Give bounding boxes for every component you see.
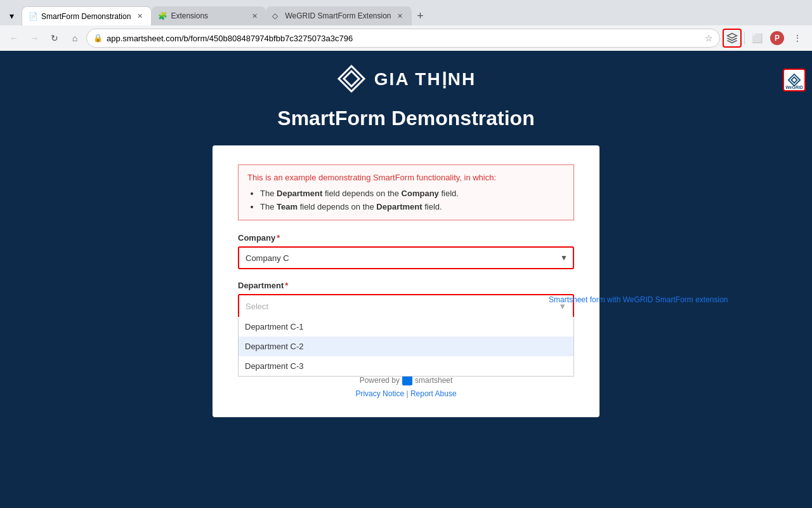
logo-area: GIA THỊNH <box>336 64 476 94</box>
logo-icon <box>336 64 367 94</box>
wegrid-extension-overlay[interactable]: WeGRID <box>783 69 806 91</box>
address-bar[interactable]: 🔒 ☆ <box>86 29 720 48</box>
smartsheet-text: smartsheet <box>415 376 452 385</box>
tab-extensions[interactable]: 🧩 Extensions ✕ <box>152 6 266 25</box>
department-select-display[interactable]: Select ▼ <box>238 294 574 317</box>
tab-smartform[interactable]: 📄 SmartForm Demonstration ✕ <box>22 6 152 25</box>
forward-button[interactable]: → <box>25 29 43 47</box>
profile-button[interactable]: P <box>768 29 787 48</box>
powered-by-text: Powered by <box>360 376 400 385</box>
department-placeholder: Select <box>246 302 268 311</box>
department-dropdown-list: Department C-1 Department C-2 Department… <box>238 317 574 377</box>
tab-close-smartform[interactable]: ✕ <box>134 11 145 22</box>
tab-close-extensions[interactable]: ✕ <box>249 11 259 21</box>
company-label: Company* <box>238 233 574 243</box>
split-screen-button[interactable]: ⬜ <box>747 29 766 48</box>
company-select[interactable]: Company C Company A Company B <box>238 246 574 269</box>
company-select-wrapper: Company C Company A Company B ▼ <box>238 246 574 269</box>
form-footer: Powered by smartsheet Privacy Notice | R… <box>238 375 574 398</box>
footer-separator: | <box>406 389 408 398</box>
menu-button[interactable]: ⋮ <box>788 29 807 48</box>
back-button[interactable]: ← <box>5 29 23 47</box>
bookmark-icon[interactable]: ☆ <box>705 33 713 43</box>
tab-label-extensions: Extensions <box>171 11 208 20</box>
toolbar-right: ⬜ P ⋮ <box>723 29 807 48</box>
dropdown-hint: Smartsheet form with WeGRID SmartForm ex… <box>549 295 728 304</box>
description-bullet2: The Team field depends on the Department… <box>260 201 565 214</box>
reload-button[interactable]: ↻ <box>46 29 63 47</box>
department-option-c3[interactable]: Department C-3 <box>239 356 573 376</box>
description-bullet1: The Department field depends on the Comp… <box>260 187 565 201</box>
privacy-notice-link[interactable]: Privacy Notice <box>355 389 404 398</box>
extensions-button[interactable] <box>723 29 742 48</box>
page-content: GIA THỊNH SmartForm Demonstration This i… <box>0 51 812 508</box>
svg-marker-3 <box>791 77 797 83</box>
new-tab-button[interactable]: + <box>412 6 429 25</box>
form-description: This is an example demonstrating SmartFo… <box>238 164 574 220</box>
footer-links: Privacy Notice | Report Abuse <box>238 389 574 398</box>
toolbar: ← → ↻ ⌂ 🔒 ☆ ⬜ P ⋮ <box>0 25 812 51</box>
footer-powered-by: Powered by smartsheet <box>360 375 453 385</box>
tab-favicon-extensions: 🧩 <box>158 11 167 20</box>
tab-bar: ▾ 📄 SmartForm Demonstration ✕ 🧩 Extensio… <box>0 0 812 25</box>
department-field: Department* Select ▼ Department C-1 Depa… <box>238 281 574 317</box>
tab-favicon-smartform: 📄 <box>29 12 37 21</box>
department-option-c2[interactable]: Department C-2 <box>239 337 573 356</box>
svg-marker-2 <box>789 74 800 86</box>
report-abuse-link[interactable]: Report Abuse <box>410 389 457 398</box>
address-input[interactable] <box>107 34 701 43</box>
department-option-c1[interactable]: Department C-1 <box>239 317 573 337</box>
wegrid-label: WeGRID <box>785 85 803 90</box>
tab-favicon-wegrid: ◇ <box>272 11 281 20</box>
svg-marker-1 <box>344 71 359 86</box>
department-required: * <box>285 281 288 290</box>
form-card: This is an example demonstrating SmartFo… <box>213 145 599 417</box>
home-button[interactable]: ⌂ <box>66 29 84 47</box>
company-required: * <box>277 233 280 243</box>
tab-list-button[interactable]: ▾ <box>3 6 20 25</box>
browser-chrome: ▾ 📄 SmartForm Demonstration ✕ 🧩 Extensio… <box>0 0 812 51</box>
tab-label-smartform: SmartForm Demonstration <box>41 12 131 21</box>
form-title: SmartForm Demonstration <box>277 107 534 130</box>
company-field: Company* Company C Company A Company B ▼ <box>238 233 574 269</box>
description-intro: This is an example demonstrating SmartFo… <box>247 173 496 182</box>
tab-label-wegrid: WeGRID SmartForm Extension <box>285 11 391 20</box>
tab-wegrid[interactable]: ◇ WeGRID SmartForm Extension ✕ <box>266 6 411 25</box>
department-dropdown-container: Select ▼ Department C-1 Department C-2 D… <box>238 294 574 317</box>
smartsheet-icon <box>402 375 412 385</box>
logo-text: GIA THỊNH <box>374 69 476 90</box>
security-icon: 🔒 <box>93 34 103 43</box>
department-label: Department* <box>238 281 574 290</box>
toolbar-divider <box>744 32 745 44</box>
tab-close-wegrid[interactable]: ✕ <box>395 11 405 21</box>
